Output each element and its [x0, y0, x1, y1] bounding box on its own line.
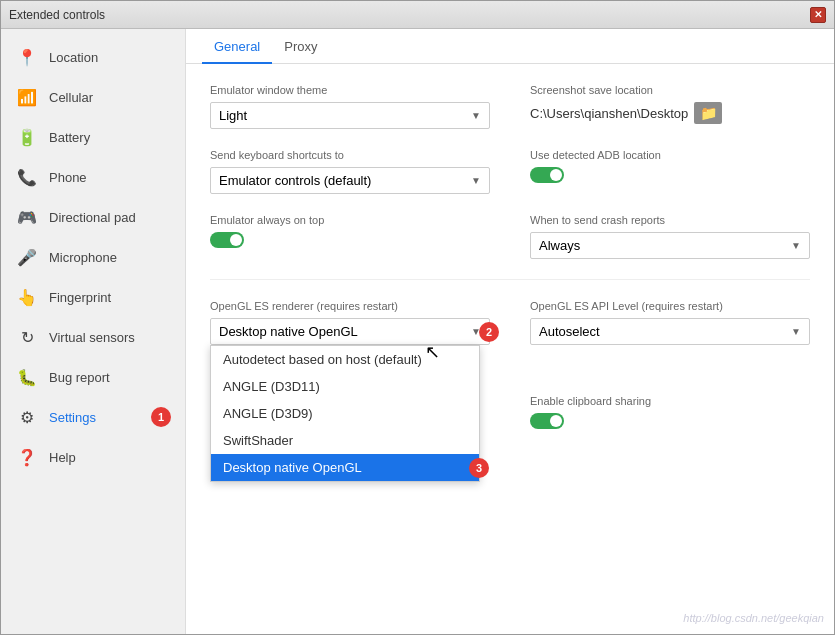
sidebar-label-battery: Battery — [49, 130, 90, 145]
extended-controls-window: Extended controls ✕ 📍 Location 📶 Cellula… — [0, 0, 835, 635]
group-adb: Use detected ADB location — [530, 149, 810, 194]
microphone-icon: 🎤 — [17, 247, 37, 267]
adb-toggle[interactable] — [530, 167, 564, 183]
battery-icon: 🔋 — [17, 127, 37, 147]
keyboard-label: Send keyboard shortcuts to — [210, 149, 490, 161]
opengl-renderer-value: Desktop native OpenGL — [219, 324, 358, 339]
titlebar: Extended controls ✕ — [1, 1, 834, 29]
watermark: http://blog.csdn.net/geekqian — [683, 612, 824, 624]
settings-content: Emulator window theme Light ▼ Screenshot… — [186, 64, 834, 634]
group-keyboard: Send keyboard shortcuts to Emulator cont… — [210, 149, 490, 194]
sidebar-item-location[interactable]: 📍 Location — [1, 37, 185, 77]
keyboard-select[interactable]: Emulator controls (default) ▼ — [210, 167, 490, 194]
row-top-crash: Emulator always on top When to send cras… — [210, 214, 810, 259]
folder-icon-glyph: 📁 — [700, 105, 717, 121]
group-opengl-renderer: OpenGL ES renderer (requires restart) De… — [210, 300, 490, 429]
tab-proxy[interactable]: Proxy — [272, 29, 329, 64]
sidebar-label-location: Location — [49, 50, 98, 65]
bug-icon: 🐛 — [17, 367, 37, 387]
sidebar-label-cellular: Cellular — [49, 90, 93, 105]
always-on-top-label: Emulator always on top — [210, 214, 490, 226]
sidebar-item-battery[interactable]: 🔋 Battery — [1, 117, 185, 157]
group-theme: Emulator window theme Light ▼ — [210, 84, 490, 129]
opengl-badge-3: 3 — [469, 458, 489, 478]
opengl-api-label: OpenGL ES API Level (requires restart) — [530, 300, 810, 312]
fingerprint-icon: 👆 — [17, 287, 37, 307]
close-button[interactable]: ✕ — [810, 7, 826, 23]
opengl-renderer-container: Desktop native OpenGL ▼ 2 Autodetect bas… — [210, 318, 490, 345]
keyboard-arrow-icon: ▼ — [471, 175, 481, 186]
opengl-dropdown-menu: Autodetect based on host (default) ANGLE… — [210, 345, 480, 482]
sidebar-item-fingerprint[interactable]: 👆 Fingerprint — [1, 277, 185, 317]
row-keyboard-adb: Send keyboard shortcuts to Emulator cont… — [210, 149, 810, 194]
crash-reports-value: Always — [539, 238, 580, 253]
keyboard-value: Emulator controls (default) — [219, 173, 371, 188]
crash-arrow-icon: ▼ — [791, 240, 801, 251]
row-theme-screenshot: Emulator window theme Light ▼ Screenshot… — [210, 84, 810, 129]
dropdown-item-angle-d3d9[interactable]: ANGLE (D3D9) — [211, 400, 479, 427]
virtual-sensors-icon: ↻ — [17, 327, 37, 347]
group-opengl-api: OpenGL ES API Level (requires restart) A… — [530, 300, 810, 429]
divider — [210, 279, 810, 280]
sidebar-label-bug-report: Bug report — [49, 370, 110, 385]
sidebar-label-microphone: Microphone — [49, 250, 117, 265]
help-icon: ❓ — [17, 447, 37, 467]
sidebar-item-virtual-sensors[interactable]: ↻ Virtual sensors — [1, 317, 185, 357]
tab-general[interactable]: General — [202, 29, 272, 64]
main-content: 📍 Location 📶 Cellular 🔋 Battery 📞 Phone … — [1, 29, 834, 634]
theme-select[interactable]: Light ▼ — [210, 102, 490, 129]
crash-reports-select[interactable]: Always ▼ — [530, 232, 810, 259]
sidebar-label-help: Help — [49, 450, 76, 465]
location-icon: 📍 — [17, 47, 37, 67]
sidebar-label-virtual-sensors: Virtual sensors — [49, 330, 135, 345]
theme-arrow-icon: ▼ — [471, 110, 481, 121]
folder-browse-button[interactable]: 📁 — [694, 102, 722, 124]
group-always-on-top: Emulator always on top — [210, 214, 490, 259]
dropdown-item-swiftshader[interactable]: SwiftShader — [211, 427, 479, 454]
sidebar-label-fingerprint: Fingerprint — [49, 290, 111, 305]
tabs-bar: General Proxy — [186, 29, 834, 64]
clipboard-label: Enable clipboard sharing — [530, 395, 810, 407]
dpad-icon: 🎮 — [17, 207, 37, 227]
group-crash-reports: When to send crash reports Always ▼ — [530, 214, 810, 259]
clipboard-toggle[interactable] — [530, 413, 564, 429]
window-title: Extended controls — [9, 8, 105, 22]
sidebar: 📍 Location 📶 Cellular 🔋 Battery 📞 Phone … — [1, 29, 186, 634]
opengl-api-value: Autoselect — [539, 324, 600, 339]
sidebar-item-settings[interactable]: ⚙ Settings 1 — [1, 397, 185, 437]
opengl-badge-2: 2 — [479, 322, 499, 342]
screenshot-label: Screenshot save location — [530, 84, 810, 96]
screenshot-path-row: C:\Users\qianshen\Desktop 📁 — [530, 102, 810, 124]
crash-reports-label: When to send crash reports — [530, 214, 810, 226]
opengl-renderer-select[interactable]: Desktop native OpenGL ▼ 2 — [210, 318, 490, 345]
sidebar-item-cellular[interactable]: 📶 Cellular — [1, 77, 185, 117]
sidebar-item-microphone[interactable]: 🎤 Microphone — [1, 237, 185, 277]
dropdown-item-desktop-native[interactable]: Desktop native OpenGL 3 — [211, 454, 479, 481]
opengl-api-arrow-icon: ▼ — [791, 326, 801, 337]
cursor-indicator: ↖ — [425, 341, 440, 363]
opengl-api-select[interactable]: Autoselect ▼ — [530, 318, 810, 345]
row-opengl: OpenGL ES renderer (requires restart) De… — [210, 300, 810, 429]
group-screenshot: Screenshot save location C:\Users\qiansh… — [530, 84, 810, 129]
screenshot-path: C:\Users\qianshen\Desktop — [530, 106, 688, 121]
phone-icon: 📞 — [17, 167, 37, 187]
settings-icon: ⚙ — [17, 407, 37, 427]
theme-label: Emulator window theme — [210, 84, 490, 96]
dropdown-item-angle-d3d11[interactable]: ANGLE (D3D11) — [211, 373, 479, 400]
sidebar-label-dpad: Directional pad — [49, 210, 136, 225]
sidebar-item-bug-report[interactable]: 🐛 Bug report — [1, 357, 185, 397]
sidebar-item-directional-pad[interactable]: 🎮 Directional pad — [1, 197, 185, 237]
settings-badge: 1 — [151, 407, 171, 427]
right-panel: General Proxy Emulator window theme Ligh… — [186, 29, 834, 634]
cellular-icon: 📶 — [17, 87, 37, 107]
sidebar-item-phone[interactable]: 📞 Phone — [1, 157, 185, 197]
theme-value: Light — [219, 108, 247, 123]
opengl-renderer-label: OpenGL ES renderer (requires restart) — [210, 300, 490, 312]
sidebar-label-phone: Phone — [49, 170, 87, 185]
adb-label: Use detected ADB location — [530, 149, 810, 161]
sidebar-item-help[interactable]: ❓ Help — [1, 437, 185, 477]
always-on-top-toggle[interactable] — [210, 232, 244, 248]
clipboard-section: Enable clipboard sharing — [530, 395, 810, 429]
sidebar-label-settings: Settings — [49, 410, 96, 425]
